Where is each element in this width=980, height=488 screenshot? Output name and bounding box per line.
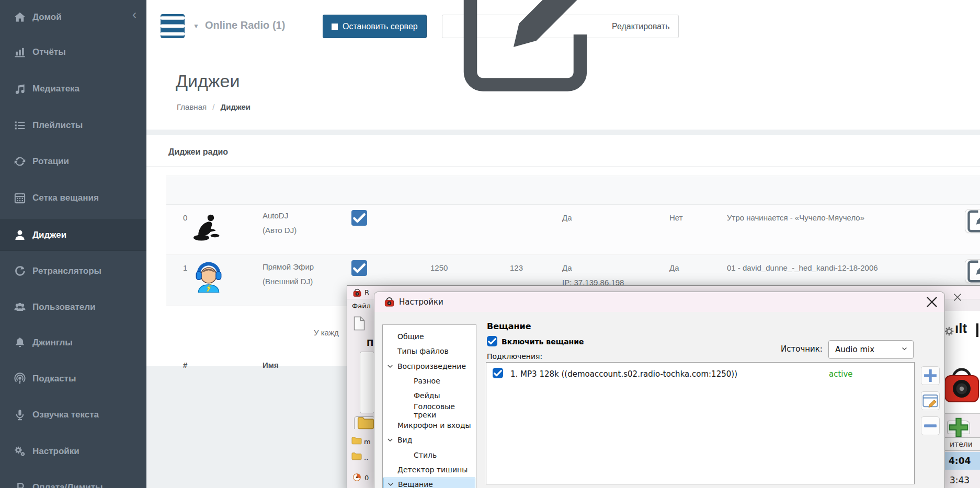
chevron-down-icon[interactable] [386, 363, 394, 370]
settings-close-icon[interactable] [925, 296, 939, 308]
enable-broadcast-checkbox-checked[interactable] [487, 336, 497, 346]
station-caret-down-icon[interactable]: ▼ [193, 22, 199, 30]
microphone-icon [14, 409, 26, 421]
chevron-down-icon[interactable] [387, 481, 394, 488]
bell-icon [14, 336, 26, 349]
sidebar-item-relays[interactable]: Ретрансляторы [0, 261, 146, 282]
connection-status-badge: active [829, 369, 853, 379]
sidebar-item-broadcast-grid[interactable]: Сетка вещания [0, 188, 146, 208]
folder-label[interactable]: .. [364, 454, 368, 461]
tree-item-label: Вид [397, 436, 412, 444]
sidebar-item-label: Медиатека [32, 84, 79, 94]
player-panel-fragment [360, 352, 374, 413]
onair-value: Да [669, 263, 679, 272]
sidebar-item-label: Диджеи [32, 230, 66, 240]
folder-tab[interactable] [354, 416, 375, 429]
settings-tree: Общие Типы файлов Воспроизведение Разное… [382, 324, 476, 488]
menu-toggle-button[interactable] [161, 14, 185, 38]
tree-item-file-types[interactable]: Типы файлов [383, 344, 475, 358]
dj-name-alt: (Авто DJ) [263, 226, 297, 235]
add-connection-button[interactable] [921, 366, 940, 385]
connections-list[interactable]: 1. MP3 128k ((demoaccount.s02.radio-toch… [486, 362, 915, 484]
breadcrumb-home-link[interactable]: Главная [177, 102, 207, 111]
sidebar-item-reports[interactable]: Отчёты [0, 42, 146, 63]
active-checkbox-checked[interactable] [351, 260, 367, 276]
tree-item-mic-inputs[interactable]: Микрофон и входы [383, 419, 475, 432]
active-checkbox-checked[interactable] [351, 210, 367, 226]
gears-icon [14, 445, 26, 458]
breadcrumb: Главная / Диджеи [177, 102, 250, 111]
source-select-value: Audio mix [835, 345, 874, 354]
folder-label[interactable]: m [364, 438, 371, 446]
dj-name: Прямой Эфир [263, 262, 314, 271]
tree-item-playback[interactable]: Воспроизведение [383, 359, 475, 373]
row-edit-button[interactable] [965, 209, 980, 233]
connected-value: Да [562, 263, 572, 272]
source-select[interactable]: Audio mix [828, 340, 914, 359]
tree-item-general[interactable]: Общие [383, 330, 475, 343]
row-edit-button[interactable] [965, 259, 980, 283]
sidebar-item-tts[interactable]: Озвучка текста [0, 404, 146, 425]
sidebar-item-label: Озвучка текста [32, 410, 99, 420]
playlist-column-header-fragment[interactable]: ители [943, 437, 980, 451]
chevron-down-icon[interactable] [386, 436, 394, 444]
sidebar-item-users[interactable]: Пользователи [0, 297, 146, 318]
sidebar-item-billing[interactable]: Оплата/Лимиты [0, 477, 146, 488]
now-playing-value: Утро начинается - «Чучело-Мяучело» [727, 213, 864, 222]
sidebar-collapse-icon[interactable]: ‹ [132, 7, 136, 22]
password-value: 123 [510, 263, 523, 272]
tree-item-view[interactable]: Вид [383, 433, 475, 447]
sidebar-item-home[interactable]: Домой [0, 7, 146, 28]
station-selector[interactable]: Online Radio (1) [205, 19, 285, 31]
sidebar-item-media-library[interactable]: Медиатека [0, 78, 146, 99]
stop-server-button[interactable]: Остановить сервер [323, 15, 427, 38]
sidebar-item-settings[interactable]: Настройки [0, 441, 146, 462]
folder-icon[interactable] [351, 436, 362, 445]
col-header-num: # [183, 361, 187, 369]
row-num: 1 [183, 263, 187, 272]
sidebar-item-label: Ротации [32, 156, 69, 167]
sidebar-item-jingles[interactable]: Джинглы [0, 332, 146, 353]
sidebar-item-label: Пользователи [32, 302, 96, 312]
settings-dialog-title: Настройки [399, 297, 443, 307]
player-label-fragment: П [367, 338, 373, 348]
tree-item-broadcasting-selected[interactable]: Вещание [383, 478, 475, 488]
audio-file-icon[interactable] [352, 473, 361, 482]
playlist-selected-row[interactable]: 4:04 [943, 452, 980, 470]
list-icon [14, 119, 26, 132]
connection-checkbox-checked[interactable] [493, 368, 503, 378]
audio-file-label[interactable]: 0 [364, 474, 369, 482]
edit-connection-button[interactable] [921, 391, 940, 410]
new-playlist-icon[interactable] [354, 316, 365, 331]
tree-item-style[interactable]: Стиль [383, 448, 475, 462]
menu-file[interactable]: Файл [352, 302, 371, 310]
sidebar-item-podcasts[interactable]: Подкасты [0, 368, 146, 389]
hamburger-icon [161, 15, 185, 37]
folder-icon[interactable] [351, 452, 362, 460]
connection-item-text[interactable]: 1. MP3 128k ((demoaccount.s02.radio-toch… [510, 369, 737, 379]
tree-item-silence-detector[interactable]: Детектор тишины [383, 463, 475, 477]
tree-item-misc[interactable]: Разное [383, 374, 475, 388]
remove-connection-button[interactable] [921, 416, 940, 435]
radioboss-close-icon[interactable] [952, 292, 963, 303]
tree-item-fades[interactable]: Фейды [383, 389, 475, 402]
calendar-icon [14, 192, 26, 204]
tree-item-label: Общие [397, 332, 424, 341]
table-row: 0 AutoDJ (Авто DJ) Да Нет Утро начинаетс… [166, 205, 980, 255]
rotate-icon [14, 155, 26, 168]
settings-dialog-titlebar[interactable] [374, 292, 944, 312]
tree-item-label: Разное [414, 377, 440, 385]
music-note-icon [14, 83, 26, 95]
edit-station-button[interactable]: Редактировать [442, 15, 679, 38]
sidebar-item-rotations[interactable]: Ротации [0, 151, 146, 172]
panel-divider [943, 413, 980, 414]
add-tab-button[interactable] [947, 421, 970, 434]
sidebar-item-djs-active[interactable]: Диджеи [0, 219, 146, 251]
sidebar-item-label: Ретрансляторы [32, 266, 101, 276]
tree-item-label: Стиль [414, 451, 437, 459]
settings-dialog: Настройки Общие Типы файлов Воспроизведе… [374, 292, 945, 488]
person-icon [14, 229, 26, 241]
radioboss-title-fragment: R [364, 288, 369, 296]
tree-item-voice-tracks[interactable]: Голосовые треки [383, 404, 475, 417]
sidebar-item-playlists[interactable]: Плейлисты [0, 115, 146, 136]
